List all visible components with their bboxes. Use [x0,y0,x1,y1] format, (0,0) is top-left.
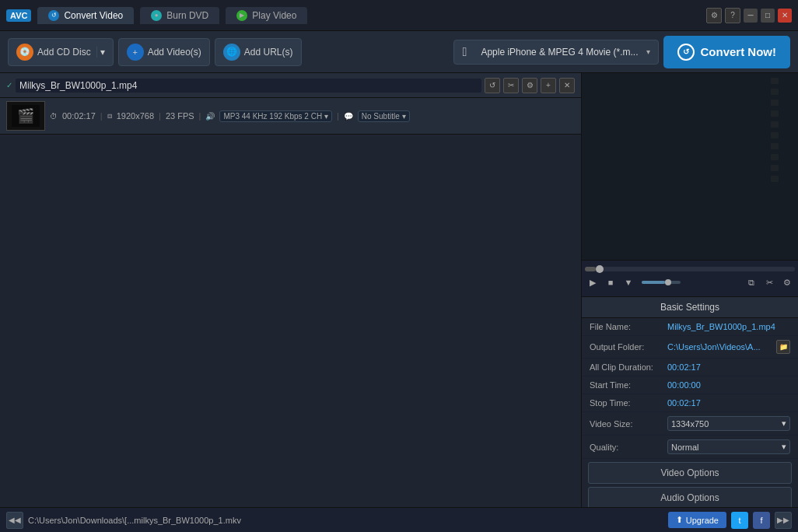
audio-options-button[interactable]: Audio Options [588,487,792,507]
stop-button[interactable]: ■ [603,275,618,290]
effect-button[interactable]: ⚙ [779,275,795,290]
playback-controls: ▶ ■ ▼ ⧉ ✂ ⚙ [582,260,798,297]
subtitle-icon: 💬 [344,112,353,121]
file-list-header: ✓ Milkys_Br_BW1000p_1.mp4 ↺ ✂ ⚙ + ✕ [0,73,581,98]
add-cd-dropdown-arrow[interactable]: ▾ [96,47,105,58]
nav-next-button[interactable]: ▶▶ [775,512,792,529]
settings-button[interactable]: ⚙ [522,78,537,93]
trim-button[interactable]: ✂ [761,275,777,290]
volume-fill [642,281,665,284]
video-icon: + [127,44,144,61]
stop-time-label: Stop Time: [590,398,667,408]
resolution-icon: ⧈ [107,111,112,121]
add-cd-label: Add CD Disc [37,47,91,58]
convert-now-label: Convert Now! [701,45,777,58]
snapshot-button[interactable]: ⧉ [744,275,759,290]
titlebar: AVC ↺ Convert Video ● Burn DVD ▶ Play Vi… [0,0,798,31]
audio-dropdown-arrow: ▾ [324,112,328,121]
file-name-label: File Name: [590,322,667,331]
file-list-panel: ✓ Milkys_Br_BW1000p_1.mp4 ↺ ✂ ⚙ + ✕ 🎬 ⏱ … [0,73,582,507]
cd-icon: 💿 [16,44,33,61]
file-info: ⏱ 00:02:17 | ⧈ 1920x768 | 23 FPS | 🔊 MP3… [50,110,575,122]
output-folder-label: Output Folder: [590,342,667,352]
audio-icon: 🔊 [205,112,215,121]
url-icon: 🌐 [223,44,240,61]
nav-prev-button[interactable]: ◀◀ [6,512,23,529]
browse-folder-button[interactable]: 📁 [776,340,790,354]
tab-play-video[interactable]: ▶ Play Video [226,7,307,24]
convert-icon: ↺ [677,44,695,61]
add-url-button[interactable]: 🌐 Add URL(s) [215,38,302,66]
subtitle-selector[interactable]: No Subtitle ▾ [358,110,410,122]
add-button[interactable]: + [541,78,556,93]
twitter-button[interactable]: t [731,512,748,529]
play-tab-icon: ▶ [236,10,247,21]
facebook-button[interactable]: f [753,512,770,529]
apple-icon:  [462,45,476,59]
progress-handle[interactable] [596,265,604,273]
quality-arrow: ▾ [782,442,786,452]
separator4: | [337,111,339,121]
refresh-button[interactable]: ↺ [485,78,500,93]
window-controls: ⚙ ? ─ □ ✕ [706,8,792,23]
maximize-button[interactable]: □ [761,9,775,23]
twitter-icon: t [738,516,740,525]
app-logo: AVC [6,9,31,22]
file-meta-top: ⏱ 00:02:17 | ⧈ 1920x768 | 23 FPS | 🔊 MP3… [50,110,575,122]
status-path: C:\Users\Jon\Downloads\[...milkys_Br_BW1… [28,516,663,525]
stop-time-row: Stop Time: 00:02:17 [582,394,798,412]
settings-icon[interactable]: ⚙ [706,8,722,23]
main-area: ✓ Milkys_Br_BW1000p_1.mp4 ↺ ✂ ⚙ + ✕ 🎬 ⏱ … [0,73,798,507]
audio-value: MP3 44 KHz 192 Kbps 2 CH [223,112,322,121]
convert-tab-icon: ↺ [48,10,59,21]
tab-burn-dvd[interactable]: ● Burn DVD [140,7,219,24]
upgrade-button[interactable]: ⬆ Upgrade [668,512,726,528]
tab-convert-video[interactable]: ↺ Convert Video [37,7,134,24]
subtitle-value: No Subtitle [362,112,400,121]
burn-tab-label: Burn DVD [166,10,208,21]
cut-button[interactable]: ✂ [503,78,519,93]
file-name-value: Milkys_Br_BW1000p_1.mp4 [667,322,790,331]
statusbar: ◀◀ C:\Users\Jon\Downloads\[...milkys_Br_… [0,507,798,532]
quality-label: Quality: [590,443,667,452]
all-clip-duration-value: 00:02:17 [667,362,790,372]
video-options-button[interactable]: Video Options [588,462,792,484]
preview-area [582,73,798,260]
start-time-value: 00:00:00 [667,380,790,390]
right-panel: ▶ ■ ▼ ⧉ ✂ ⚙ Basic Settings File Name: Mi… [582,73,798,507]
close-button[interactable]: ✕ [778,9,792,23]
output-folder-value: C:\Users\Jon\Videos\A... [667,342,773,352]
stop-time-value: 00:02:17 [667,398,790,408]
video-size-select[interactable]: 1334x750 ▾ [667,416,790,431]
toolbar: 💿 Add CD Disc ▾ + Add Video(s) 🌐 Add URL… [0,31,798,73]
duration-value: 00:02:17 [62,111,96,121]
file-item: 🎬 ⏱ 00:02:17 | ⧈ 1920x768 | 23 FPS | 🔊 M… [0,98,581,135]
video-size-row: Video Size: 1334x750 ▾ [582,412,798,436]
facebook-icon: f [760,516,762,525]
minimize-button[interactable]: ─ [744,9,758,23]
video-size-value: 1334x750 [671,419,709,429]
play-button[interactable]: ▶ [585,275,600,290]
resolution-value: 1920x768 [117,111,154,121]
convert-tab-label: Convert Video [64,10,123,21]
menu-button[interactable]: ▼ [621,275,636,290]
all-clip-duration-label: All Clip Duration: [590,362,667,372]
video-size-arrow: ▾ [782,418,786,429]
help-icon[interactable]: ? [725,8,740,23]
add-cd-button[interactable]: 💿 Add CD Disc ▾ [8,38,114,66]
convert-now-button[interactable]: ↺ Convert Now! [663,36,791,68]
progress-bar[interactable] [585,267,795,271]
start-time-row: Start Time: 00:00:00 [582,376,798,394]
quality-select[interactable]: Normal ▾ [667,439,790,454]
output-folder-row: Output Folder: C:\Users\Jon\Videos\A... … [582,336,798,359]
volume-slider[interactable] [642,281,681,284]
add-video-button[interactable]: + Add Video(s) [118,38,210,66]
file-thumbnail: 🎬 [6,101,45,131]
upgrade-label: Upgrade [686,516,719,525]
quality-value: Normal [671,443,698,452]
remove-button[interactable]: ✕ [559,78,575,93]
format-selector[interactable]:  Apple iPhone & MPEG 4 Movie (*.m... ▾ [453,40,658,65]
audio-selector[interactable]: MP3 44 KHz 192 Kbps 2 CH ▾ [219,110,332,122]
subtitle-dropdown-arrow: ▾ [402,112,406,121]
volume-handle[interactable] [665,279,671,285]
